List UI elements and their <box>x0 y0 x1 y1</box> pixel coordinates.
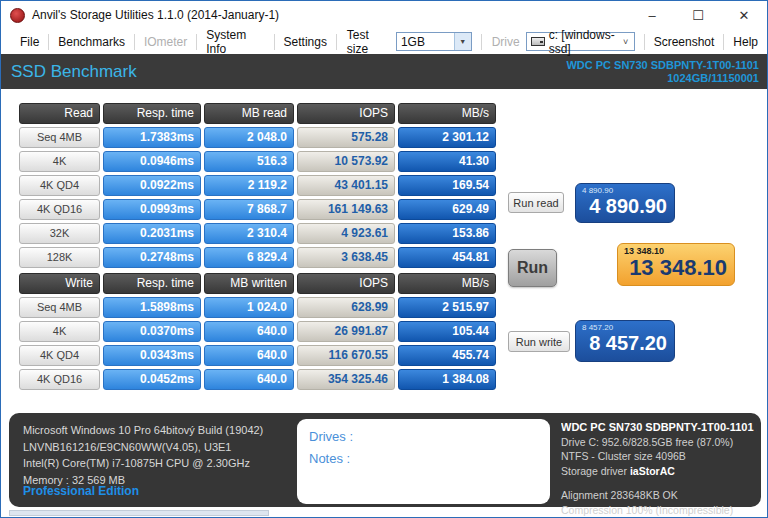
close-button[interactable]: ✕ <box>721 1 767 29</box>
mb-read-cell: 6 829.4 <box>204 247 294 268</box>
test-size-value: 1GB <box>397 35 454 49</box>
resp-time-cell: 0.0993ms <box>103 199 201 220</box>
info-panel: Microsoft Windows 10 Pro 64bitový Build … <box>9 413 761 507</box>
test-size-select[interactable]: 1GB ▼ <box>396 32 472 51</box>
read-test-button[interactable]: 4K QD16 <box>19 199 100 220</box>
drives-label: Drives : <box>309 426 538 448</box>
drive-value: c: [windows-ssd] <box>549 28 618 56</box>
mbs-cell: 629.49 <box>398 199 496 220</box>
drive-icon <box>531 37 545 46</box>
total-score-box: 13 348.10 13 348.10 <box>617 243 735 286</box>
run-read-button[interactable]: Run read <box>508 192 564 213</box>
menu-system-info[interactable]: System Info <box>197 28 273 56</box>
read-score-box: 4 890.90 4 890.90 <box>575 183 675 223</box>
read-test-button[interactable]: 4K QD4 <box>19 175 100 196</box>
edition-label: Professional Edition <box>23 484 139 498</box>
mb-written-cell: 1 024.0 <box>204 297 294 318</box>
alignment-info: Alignment 283648KB OK <box>561 488 757 503</box>
drive-free-space: Drive C: 952.6/828.5GB free (87.0%) <box>561 435 757 450</box>
maximize-button[interactable]: ☐ <box>675 1 721 29</box>
minimize-button[interactable]: – <box>629 1 675 29</box>
mbs-header: MB/s <box>398 273 496 294</box>
iops-cell: 575.28 <box>297 127 395 148</box>
iops-cell: 43 401.15 <box>297 175 395 196</box>
title-bar: Anvil's Storage Utilities 1.1.0 (2014-Ja… <box>1 1 767 29</box>
mbs-cell: 2 515.97 <box>398 297 496 318</box>
drive-details: WDC PC SN730 SDBPNTY-1T00-1101 10 Drive … <box>561 420 757 517</box>
resp-time-header: Resp. time <box>103 103 201 124</box>
write-score-small: 8 457.20 <box>582 323 667 332</box>
write-table: Write Resp. time MB written IOPS MB/s Se… <box>19 273 496 390</box>
read-test-button[interactable]: 128K <box>19 247 100 268</box>
resp-time-cell: 0.2031ms <box>103 223 201 244</box>
resp-time-cell: 0.0343ms <box>103 345 201 366</box>
resp-time-cell: 1.5898ms <box>103 297 201 318</box>
mbs-cell: 455.74 <box>398 345 496 366</box>
menu-screenshot[interactable]: Screenshot <box>645 35 724 49</box>
mainboard-info: LNVNB161216/E9CN60WW(V4.05), U3E1 <box>23 439 263 456</box>
drive-label: Drive <box>482 35 526 49</box>
mb-read-cell: 2 310.4 <box>204 223 294 244</box>
section-header: SSD Benchmark WDC PC SN730 SDBPNTY-1T00-… <box>1 54 767 89</box>
app-icon <box>10 8 25 23</box>
mb-read-cell: 7 868.7 <box>204 199 294 220</box>
test-size-label: Test size <box>337 28 396 56</box>
drives-notes-box[interactable]: Drives : Notes : <box>297 419 550 504</box>
drive-filesystem: NTFS - Cluster size 4096B <box>561 449 757 464</box>
drive-model-line2: 1024GB/11150001 <box>566 72 759 85</box>
write-test-button[interactable]: 4K <box>19 321 100 342</box>
os-info: Microsoft Windows 10 Pro 64bitový Build … <box>23 422 263 439</box>
cpu-info: Intel(R) Core(TM) i7-10875H CPU @ 2.30GH… <box>23 455 263 472</box>
mbs-header: MB/s <box>398 103 496 124</box>
write-test-button[interactable]: Seq 4MB <box>19 297 100 318</box>
mb-read-header: MB read <box>204 103 294 124</box>
iops-header: IOPS <box>297 103 395 124</box>
mbs-cell: 153.86 <box>398 223 496 244</box>
read-test-button[interactable]: 32K <box>19 223 100 244</box>
system-info: Microsoft Windows 10 Pro 64bitový Build … <box>23 422 263 488</box>
menu-iometer: IOmeter <box>135 35 196 49</box>
mb-written-cell: 640.0 <box>204 369 294 390</box>
iops-cell: 161 149.63 <box>297 199 395 220</box>
menu-settings[interactable]: Settings <box>275 35 336 49</box>
page-title: SSD Benchmark <box>11 62 137 82</box>
mbs-cell: 41.30 <box>398 151 496 172</box>
mbs-cell: 1 384.08 <box>398 369 496 390</box>
drive-select[interactable]: c: [windows-ssd] ˅ <box>526 32 635 51</box>
read-score-small: 4 890.90 <box>582 186 667 195</box>
iops-header: IOPS <box>297 273 395 294</box>
chevron-down-icon[interactable]: ▼ <box>454 33 471 50</box>
write-header: Write <box>19 273 100 294</box>
mb-read-cell: 516.3 <box>204 151 294 172</box>
drive-model-line1: WDC PC SN730 SDBPNTY-1T00-1101 <box>566 59 759 72</box>
write-test-button[interactable]: 4K QD4 <box>19 345 100 366</box>
menu-file[interactable]: File <box>11 35 48 49</box>
resp-time-cell: 0.0922ms <box>103 175 201 196</box>
mbs-cell: 2 301.12 <box>398 127 496 148</box>
app-window: Anvil's Storage Utilities 1.1.0 (2014-Ja… <box>0 0 768 518</box>
drive-details-title: WDC PC SN730 SDBPNTY-1T00-1101 10 <box>561 420 757 435</box>
menu-bar: File Benchmarks IOmeter System Info Sett… <box>1 29 767 54</box>
run-write-button[interactable]: Run write <box>508 331 570 352</box>
read-test-button[interactable]: 4K <box>19 151 100 172</box>
write-score-box: 8 457.20 8 457.20 <box>575 320 675 362</box>
storage-driver-label: Storage driver <box>561 465 627 477</box>
menu-help[interactable]: Help <box>724 35 767 49</box>
mbs-cell: 105.44 <box>398 321 496 342</box>
write-test-button[interactable]: 4K QD16 <box>19 369 100 390</box>
mb-written-cell: 640.0 <box>204 321 294 342</box>
resp-time-cell: 1.7383ms <box>103 127 201 148</box>
menu-benchmarks[interactable]: Benchmarks <box>49 35 134 49</box>
read-test-button[interactable]: Seq 4MB <box>19 127 100 148</box>
run-button[interactable]: Run <box>508 249 557 287</box>
iops-cell: 354 325.46 <box>297 369 395 390</box>
window-title: Anvil's Storage Utilities 1.1.0 (2014-Ja… <box>32 8 279 22</box>
write-score-value: 8 457.20 <box>582 332 667 354</box>
resp-time-cell: 0.0452ms <box>103 369 201 390</box>
resp-time-cell: 0.2748ms <box>103 247 201 268</box>
read-header: Read <box>19 103 100 124</box>
read-table: Read Resp. time MB read IOPS MB/s Seq 4M… <box>19 103 496 268</box>
iops-cell: 26 991.87 <box>297 321 395 342</box>
read-score-value: 4 890.90 <box>582 195 667 217</box>
compression-info: Compression 100% (Incompressible) <box>561 503 757 518</box>
